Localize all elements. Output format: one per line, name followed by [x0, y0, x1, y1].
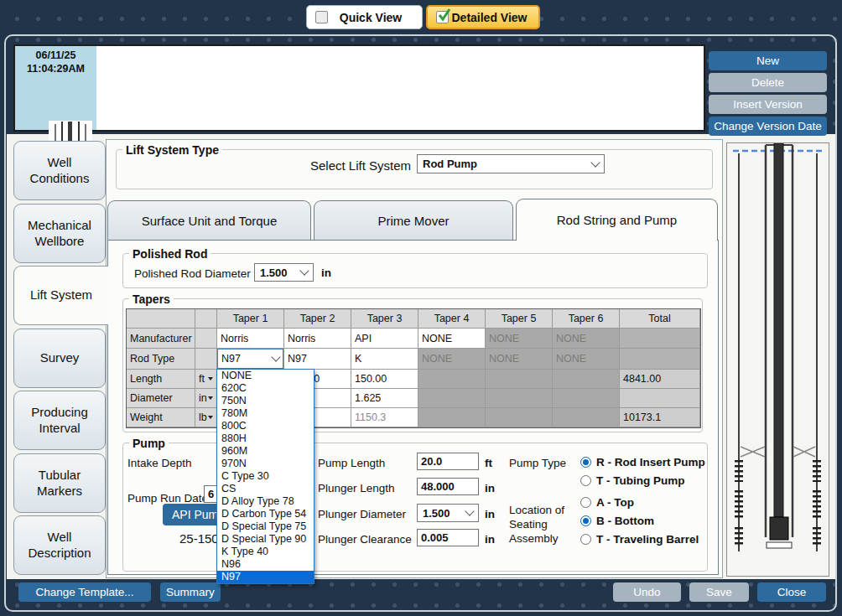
radio-rod-insert-pump[interactable]: R - Rod Insert Pump: [580, 456, 705, 468]
version-time: 11:04:29AM: [15, 62, 96, 75]
dropdown-item[interactable]: CS: [217, 483, 314, 495]
dropdown-item[interactable]: 750N: [217, 395, 314, 407]
manufacturer-taper4-cell[interactable]: NONE: [418, 329, 486, 349]
manufacturer-taper3-cell[interactable]: API: [351, 329, 418, 349]
diameter-total-cell: [620, 389, 700, 408]
rod-type-taper3-cell[interactable]: K: [351, 349, 418, 370]
diameter-unit-value: in: [199, 392, 207, 404]
dropdown-item[interactable]: D Special Type 90: [217, 533, 314, 546]
sidebar-item-well-description[interactable]: Well Description: [13, 515, 106, 575]
detailed-view-label: Detailed View: [449, 11, 530, 24]
delete-button[interactable]: Delete: [709, 73, 827, 92]
rod-type-taper2-cell[interactable]: N97: [284, 349, 351, 370]
manufacturer-taper2-cell[interactable]: Norris: [284, 329, 351, 349]
pump-length-label: Pump Length: [318, 457, 385, 469]
plunger-diameter-value: 1.500: [423, 507, 450, 520]
tab-surface-unit-and-torque[interactable]: Surface Unit and Torque: [107, 200, 311, 240]
tapers-header-taper2: Taper 2: [284, 309, 351, 329]
tapers-table: Taper 1 Taper 2 Taper 3 Taper 4 Taper 5 …: [126, 308, 701, 428]
sidebar-item-mechanical-wellbore[interactable]: Mechanical Wellbore: [13, 204, 106, 263]
radio-traveling-barrel[interactable]: T - Traveling Barrel: [580, 533, 699, 546]
weight-taper4-cell: [418, 408, 486, 427]
quickview-checkbox-icon: [315, 11, 328, 23]
length-unit-value: ft: [199, 373, 205, 385]
summary-button[interactable]: Summary: [160, 582, 221, 602]
location-label-line1: Location of: [509, 504, 564, 516]
tapers-legend: Tapers: [129, 292, 174, 306]
dropdown-item[interactable]: D Special Type 75: [217, 520, 314, 533]
manufacturer-taper5-cell: NONE: [486, 329, 553, 349]
radio-selected-icon: [580, 457, 591, 468]
quick-view-button[interactable]: Quick View: [306, 5, 423, 29]
dropdown-item[interactable]: 800C: [217, 420, 314, 432]
lift-system-select[interactable]: Rod Pump: [417, 154, 605, 173]
dropdown-item[interactable]: C Type 30: [217, 470, 314, 483]
row-label-rod-type: Rod Type: [127, 349, 195, 370]
dropdown-item[interactable]: NONE: [217, 370, 314, 382]
radio-location-top[interactable]: A - Top: [580, 496, 634, 509]
quick-view-label: Quick View: [328, 11, 413, 24]
diameter-unit-select[interactable]: in: [195, 389, 217, 408]
length-unit-select[interactable]: ft: [195, 370, 217, 389]
sidebar-item-tubular-markers[interactable]: Tubular Markers: [13, 453, 106, 513]
dropdown-item[interactable]: 960M: [217, 445, 314, 458]
plunger-diameter-select[interactable]: 1.500: [417, 504, 479, 522]
pump-length-field[interactable]: 20.0: [417, 453, 479, 470]
plunger-clearance-field[interactable]: 0.005: [417, 529, 479, 546]
sidebar-item-producing-interval[interactable]: Producing Interval: [13, 391, 106, 450]
tapers-header-taper4: Taper 4: [418, 309, 486, 329]
diameter-taper5-cell: [486, 389, 553, 408]
radio-tubing-pump[interactable]: T - Tubing Pump: [580, 474, 684, 487]
dropdown-item[interactable]: 880H: [217, 432, 314, 445]
weight-taper5-cell: [486, 408, 553, 427]
tab-rod-string-and-pump[interactable]: Rod String and Pump: [516, 199, 718, 241]
insert-version-button[interactable]: Insert Version: [709, 95, 827, 114]
length-taper3-cell[interactable]: 150.00: [351, 370, 418, 389]
dropdown-item[interactable]: D Carbon Type 54: [217, 508, 314, 520]
chevron-down-icon: [465, 506, 474, 515]
tapers-header-taper5: Taper 5: [486, 309, 553, 329]
tapers-header-unit: [195, 309, 217, 329]
manufacturer-taper1-cell[interactable]: Norris: [217, 329, 284, 349]
save-button[interactable]: Save: [689, 582, 749, 602]
dropdown-item-selected[interactable]: N97: [217, 571, 314, 583]
polished-rod-diameter-select[interactable]: 1.500: [254, 263, 314, 282]
pump-run-date-label: Pump Run Date: [127, 492, 208, 505]
weight-unit-select[interactable]: lb: [195, 408, 217, 427]
rod-type-dropdown-list: NONE 620C 750N 780M 800C 880H 960M 970N …: [216, 369, 314, 584]
pump-designation-code: 25-150: [179, 531, 219, 546]
detailedview-check-icon: [436, 11, 449, 23]
row-label-length: Length: [127, 370, 195, 389]
sidebar-item-lift-system[interactable]: Lift System: [13, 266, 108, 325]
version-thumbnail[interactable]: 06/11/25 11:04:29AM: [15, 46, 96, 130]
sidebar-item-well-conditions[interactable]: Well Conditions: [13, 141, 106, 200]
well-schematic-panel: [726, 142, 829, 577]
dropdown-item[interactable]: D Alloy Type 78: [217, 495, 314, 508]
well-schematic-diagram: [727, 143, 829, 576]
rod-type-taper1-cell: N97: [217, 349, 284, 370]
change-template-button[interactable]: Change Template...: [18, 582, 151, 602]
plunger-length-field[interactable]: 48.000: [417, 478, 479, 495]
dropdown-item[interactable]: 970N: [217, 458, 314, 470]
length-total-cell: 4841.00: [620, 370, 700, 389]
weight-unit-value: lb: [199, 412, 207, 423]
dropdown-item[interactable]: 620C: [217, 382, 314, 395]
close-button[interactable]: Close: [757, 582, 826, 602]
rod-type-taper1-select[interactable]: N97: [217, 349, 283, 369]
detailed-view-button[interactable]: Detailed View: [426, 5, 540, 29]
dropdown-item[interactable]: K Type 40: [217, 546, 314, 558]
tab-prime-mover[interactable]: Prime Mover: [314, 200, 513, 240]
rod-type-taper5-cell: NONE: [486, 349, 553, 370]
chevron-down-icon: [590, 158, 600, 167]
dropdown-item[interactable]: N96: [217, 558, 314, 571]
sidebar-item-survey[interactable]: Survey: [13, 329, 106, 388]
dropdown-arrow-icon: [208, 416, 213, 419]
dropdown-item[interactable]: 780M: [217, 407, 314, 420]
new-button[interactable]: New: [709, 51, 827, 70]
radio-label: A - Top: [596, 496, 634, 509]
undo-button[interactable]: Undo: [613, 582, 681, 602]
chevron-down-icon: [271, 352, 280, 361]
change-version-date-button[interactable]: Change Version Date: [709, 116, 827, 136]
radio-location-bottom[interactable]: B - Bottom: [580, 515, 654, 527]
diameter-taper3-cell[interactable]: 1.625: [351, 389, 418, 408]
